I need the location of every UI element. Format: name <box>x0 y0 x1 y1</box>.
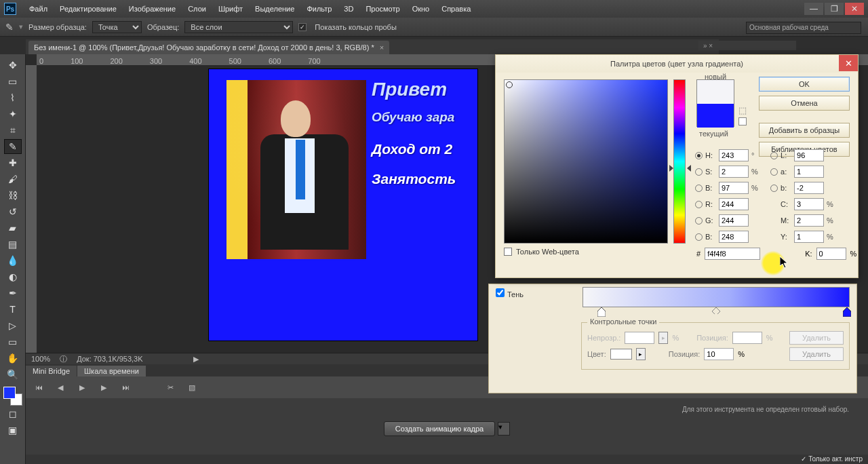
color-picker-titlebar[interactable]: Палитра цветов (цвет узла градиента) ✕ <box>496 55 858 73</box>
websafe-swatch[interactable] <box>738 117 747 125</box>
zoom-level[interactable]: 100% <box>31 355 50 363</box>
heal-tool[interactable]: ✚ <box>4 155 22 170</box>
path-select-tool[interactable]: ▷ <box>4 318 22 333</box>
footer-only-active[interactable]: Только акт. инстр <box>801 455 863 463</box>
crop-tool[interactable]: ⌗ <box>4 123 22 138</box>
panel-collapse-strip[interactable] <box>715 41 796 50</box>
color-swatches[interactable] <box>3 387 22 406</box>
pen-tool[interactable]: ✒ <box>4 286 22 301</box>
web-only-row[interactable]: Только Web-цвета <box>504 248 579 256</box>
history-brush-tool[interactable]: ↺ <box>4 204 22 219</box>
shadow-checkbox-input[interactable] <box>496 288 505 297</box>
gradient-stop-left[interactable] <box>597 307 606 317</box>
eraser-tool[interactable]: ▰ <box>4 220 22 235</box>
marquee-tool[interactable]: ▭ <box>4 74 22 89</box>
fg-color-swatch[interactable] <box>3 387 16 399</box>
hue-slider[interactable] <box>673 79 686 244</box>
hue-handle-right-icon[interactable] <box>687 165 691 172</box>
cancel-button[interactable]: Отмена <box>759 96 850 111</box>
dodge-tool[interactable]: ◐ <box>4 269 22 284</box>
new-color-swatch[interactable] <box>697 80 734 104</box>
minimize-button[interactable]: — <box>804 3 823 15</box>
input-h[interactable] <box>719 149 749 161</box>
menu-view[interactable]: Просмотр <box>359 5 406 13</box>
close-tab-icon[interactable]: × <box>380 43 384 52</box>
hand-tool[interactable]: ✋ <box>4 351 22 366</box>
menu-select[interactable]: Выделение <box>249 5 300 13</box>
ok-button[interactable]: OK <box>759 77 850 92</box>
radio-r[interactable] <box>695 201 703 208</box>
radio-b[interactable] <box>695 185 703 192</box>
input-l[interactable] <box>794 149 824 161</box>
stop-color-swatch[interactable] <box>610 349 632 360</box>
saturation-value-field[interactable] <box>504 79 668 244</box>
sv-cursor-icon[interactable] <box>506 81 513 88</box>
menu-image[interactable]: Изображение <box>123 5 182 13</box>
lasso-tool[interactable]: ⌇ <box>4 90 22 105</box>
input-k[interactable] <box>816 248 846 260</box>
info-icon[interactable]: ⓘ <box>60 354 67 364</box>
radio-l[interactable] <box>770 152 778 159</box>
type-tool[interactable]: T <box>4 302 22 317</box>
shadow-checkbox[interactable]: Тень <box>496 288 524 298</box>
radio-lab-b[interactable] <box>770 185 778 192</box>
stamp-tool[interactable]: ⛓ <box>4 188 22 203</box>
menu-filter[interactable]: Фильтр <box>300 5 338 13</box>
ring-checkbox[interactable]: ✓ <box>298 23 307 31</box>
cut-icon[interactable]: ✂ <box>164 383 176 392</box>
input-r[interactable] <box>719 198 749 210</box>
input-s[interactable] <box>719 166 749 178</box>
status-arrow-icon[interactable]: ▶ <box>193 355 199 364</box>
animation-dropdown[interactable]: ▾ <box>498 422 510 436</box>
radio-s[interactable] <box>695 168 703 176</box>
tab-timeline[interactable]: Шкала времени <box>77 366 146 376</box>
input-lab-b[interactable] <box>794 182 824 194</box>
radio-g[interactable] <box>695 217 703 225</box>
next-frame-button[interactable]: ▶ <box>98 383 110 392</box>
menu-edit[interactable]: Редактирование <box>54 5 123 13</box>
input-g[interactable] <box>719 214 749 227</box>
menu-3d[interactable]: 3D <box>338 5 359 13</box>
ruler-vertical[interactable] <box>26 65 37 353</box>
quickmask-tool[interactable]: ◻ <box>4 406 22 421</box>
input-m[interactable] <box>794 214 824 227</box>
screenmode-tool[interactable]: ▣ <box>4 423 22 438</box>
sample-size-select[interactable]: Точка <box>92 21 142 33</box>
options-icon[interactable]: ▧ <box>186 383 198 392</box>
gradient-midpoint[interactable] <box>712 307 720 317</box>
eyedropper-tool[interactable]: ✎ <box>4 139 22 154</box>
create-animation-button[interactable]: Создать анимацию кадра <box>384 421 495 436</box>
radio-a[interactable] <box>770 168 778 176</box>
input-b[interactable] <box>719 182 749 194</box>
first-frame-button[interactable]: ⏮ <box>33 383 45 391</box>
gradient-stop-right[interactable] <box>843 307 851 317</box>
move-tool[interactable]: ✥ <box>4 58 22 73</box>
play-button[interactable]: ▶ <box>76 383 88 392</box>
hex-input[interactable] <box>705 248 760 260</box>
cube-icon[interactable]: ⬚ <box>738 105 748 115</box>
web-only-checkbox[interactable] <box>504 248 512 256</box>
menu-window[interactable]: Окно <box>406 5 436 13</box>
shape-tool[interactable]: ▭ <box>4 334 22 349</box>
prev-frame-button[interactable]: ◀ <box>54 383 66 392</box>
menu-layers[interactable]: Слои <box>182 5 212 13</box>
radio-b2[interactable] <box>695 233 703 241</box>
menu-type[interactable]: Шрифт <box>212 5 249 13</box>
add-swatch-button[interactable]: Добавить в образцы <box>759 123 850 138</box>
color-picker-close[interactable]: ✕ <box>839 55 858 71</box>
sample-select[interactable]: Все слои <box>184 21 293 33</box>
input-y[interactable] <box>794 231 824 243</box>
zoom-tool[interactable]: 🔍 <box>4 367 22 382</box>
document-tab[interactable]: Без имени-1 @ 100% (Привет,Друзья! Обуча… <box>28 41 389 54</box>
brush-tool[interactable]: 🖌 <box>4 172 22 187</box>
hue-handle-left-icon[interactable] <box>669 165 673 172</box>
input-a[interactable] <box>794 166 824 178</box>
tab-minibridge[interactable]: Mini Bridge <box>26 366 77 376</box>
maximize-button[interactable]: ❐ <box>825 3 844 15</box>
blur-tool[interactable]: 💧 <box>4 253 22 268</box>
gradient-tool[interactable]: ▤ <box>4 237 22 252</box>
radio-h[interactable] <box>695 152 703 159</box>
wand-tool[interactable]: ✦ <box>4 107 22 121</box>
menu-help[interactable]: Справка <box>435 5 477 13</box>
workspace-selector[interactable]: Основная рабочая среда <box>746 22 861 34</box>
